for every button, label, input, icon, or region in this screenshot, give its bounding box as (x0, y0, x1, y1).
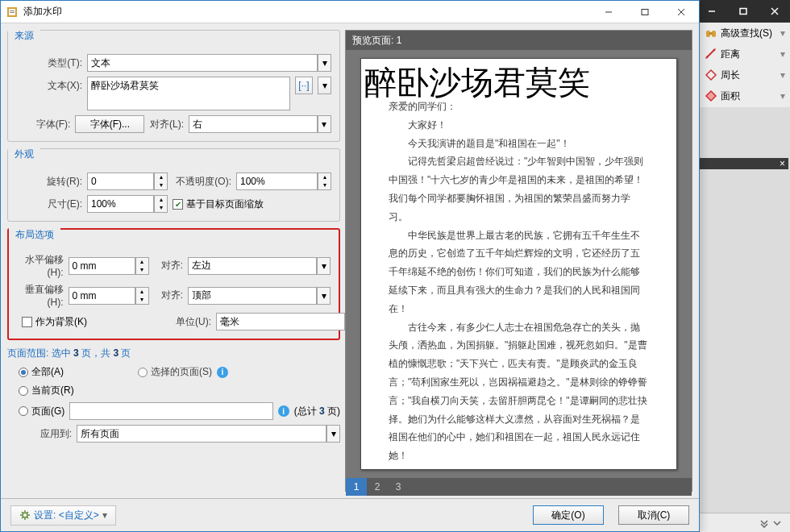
bg-titlebar (695, 0, 790, 23)
source-title: 来源 (8, 27, 40, 44)
spin-up[interactable]: ▴ (155, 173, 167, 181)
bg-ck-label: 作为背景(K) (35, 315, 87, 329)
radio-all[interactable]: 全部(A) (19, 365, 64, 379)
svg-rect-6 (709, 32, 713, 35)
valign-combo[interactable]: ▾ (188, 287, 331, 305)
bg-area[interactable]: 面积 ▾ (700, 85, 790, 106)
preview-watermark: 醉卧沙场君莫笑 (364, 60, 673, 105)
dialog-titlebar: 添加水印 (1, 1, 699, 23)
chevron-down-icon[interactable]: ▾ (317, 287, 331, 305)
type-label: 类型(T): (16, 56, 82, 70)
ok-button[interactable]: 确定(O) (533, 505, 604, 525)
bg-adv-find-label: 高级查找(S) (721, 27, 772, 40)
cancel-button[interactable]: 取消(C) (618, 505, 689, 525)
apply-combo[interactable]: ▾ (77, 425, 340, 443)
text-input[interactable]: 醉卧沙场君莫笑 (87, 77, 290, 110)
unit-combo[interactable]: ▾ (216, 313, 331, 330)
bg-close-button[interactable] (759, 0, 790, 23)
macro-button[interactable]: [··] (295, 77, 313, 94)
chevron-down-icon[interactable] (772, 518, 782, 528)
svg-marker-11 (706, 91, 716, 101)
chevron-down-icon[interactable]: ▾ (318, 54, 331, 72)
type-input[interactable] (87, 54, 318, 72)
rotate-input[interactable] (87, 172, 154, 190)
bg-perimeter-label: 周长 (721, 69, 740, 82)
bg-maximize-button[interactable] (727, 0, 759, 23)
unit-label: 单位(U): (169, 315, 211, 329)
total-pages: (总计 3 页) (294, 405, 340, 418)
bg-minimize-button[interactable] (696, 0, 727, 23)
voff-spinner[interactable]: ▴▾ (69, 287, 149, 305)
app-icon (6, 6, 19, 19)
align-label: 对齐(L): (149, 118, 184, 131)
spin-down[interactable]: ▾ (155, 181, 167, 189)
spin-up[interactable]: ▴ (155, 196, 167, 204)
settings-dropdown[interactable]: 设置: <自定义> ▾ (10, 505, 116, 526)
bg-distance[interactable]: 距离 ▾ (700, 44, 790, 64)
spin-up[interactable]: ▴ (318, 173, 331, 181)
align-combo[interactable]: ▾ (189, 115, 331, 133)
svg-rect-14 (10, 10, 15, 11)
tab-page-3[interactable]: 3 (388, 478, 409, 496)
radio-pages[interactable]: 页面(G) (19, 405, 64, 418)
scale-spinner[interactable]: ▴▾ (87, 195, 168, 213)
checkbox-icon (22, 317, 32, 327)
voff-input[interactable] (69, 287, 135, 305)
dialog-title: 添加水印 (23, 5, 590, 19)
bg-panel-close[interactable]: × (700, 158, 788, 169)
opacity-spinner[interactable]: ▴▾ (236, 172, 331, 190)
radio-current[interactable]: 当前页(R) (19, 384, 74, 397)
layout-panel: 布局选项 水平偏移(H): ▴▾ 对齐: ▾ 垂直偏移(H): (7, 228, 340, 340)
appearance-title: 外观 (8, 146, 40, 163)
halign-combo[interactable]: ▾ (188, 257, 331, 275)
spin-down[interactable]: ▾ (155, 204, 167, 212)
scale-input[interactable] (87, 195, 154, 213)
bg-perimeter[interactable]: 周长 ▾ (700, 64, 790, 85)
hoff-input[interactable] (69, 257, 135, 275)
unit-input[interactable] (216, 313, 345, 330)
svg-line-28 (22, 517, 23, 519)
svg-point-20 (23, 513, 27, 517)
tab-page-1[interactable]: 1 (346, 478, 367, 496)
dialog-minimize-button[interactable] (590, 1, 626, 23)
dialog-maximize-button[interactable] (626, 1, 663, 23)
apply-input[interactable] (77, 425, 326, 443)
dialog-close-button[interactable] (663, 1, 699, 23)
svg-line-25 (22, 512, 23, 513)
align-input[interactable] (189, 115, 318, 133)
text-label: 文本(X): (16, 77, 82, 93)
spin-down[interactable]: ▾ (318, 181, 331, 189)
info-icon[interactable]: i (278, 405, 289, 417)
apply-label: 应用到: (19, 427, 72, 441)
tab-page-2[interactable]: 2 (367, 478, 388, 496)
font-label: 字体(F): (16, 118, 70, 131)
chevrons-icon[interactable] (759, 518, 769, 528)
perimeter-icon (705, 69, 717, 81)
chevron-down-icon[interactable]: ▾ (317, 257, 331, 275)
rotate-spinner[interactable]: ▴▾ (87, 172, 168, 190)
halign-input[interactable] (188, 257, 317, 275)
chevron-down-icon[interactable]: ▾ (326, 425, 340, 443)
page-range-header: 页面范围: 选中 3 页，共 3 页 (7, 347, 340, 360)
valign-input[interactable] (188, 287, 317, 305)
chevron-down-icon[interactable]: ▾ (318, 115, 331, 133)
bg-checkbox[interactable]: 作为背景(K) (22, 315, 87, 329)
info-icon[interactable]: i (217, 367, 228, 378)
radio-selected[interactable]: 选择的页面(S) (138, 365, 212, 379)
svg-line-26 (27, 517, 29, 519)
area-icon (705, 89, 717, 102)
scale-label: 尺寸(E): (16, 197, 82, 211)
svg-line-27 (27, 512, 29, 513)
pages-input[interactable] (69, 402, 272, 420)
dialog-footer: 设置: <自定义> ▾ 确定(O) 取消(C) (1, 498, 699, 531)
preview-column: 预览页面: 1 醉卧沙场君莫笑 亲爱的同学们： 大家好！ 今天我演讲的题目是"和… (345, 30, 692, 492)
hoff-spinner[interactable]: ▴▾ (69, 257, 149, 275)
opacity-input[interactable] (236, 172, 318, 190)
text-dropdown[interactable]: ▾ (318, 77, 331, 94)
bg-right-toolbar: 高级查找(S) ▾ 距离 ▾ 周长 ▾ 面积 ▾ (699, 23, 790, 107)
bg-adv-find[interactable]: 高级查找(S) ▾ (700, 23, 790, 44)
font-button[interactable]: 字体(F)... (75, 115, 144, 133)
type-combo[interactable]: ▾ (87, 54, 331, 72)
relative-checkbox[interactable]: ✔ 基于目标页面缩放 (173, 197, 264, 211)
opacity-label: 不透明度(O): (173, 175, 231, 189)
